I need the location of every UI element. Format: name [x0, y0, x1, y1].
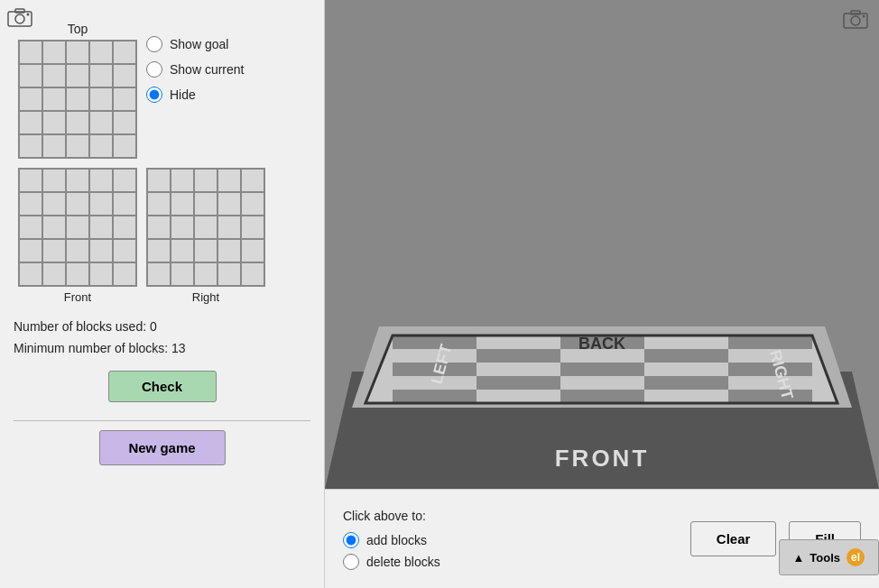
svg-rect-29	[477, 376, 560, 390]
svg-rect-16	[644, 335, 728, 349]
svg-rect-25	[560, 363, 644, 376]
show-goal-option[interactable]: Show goal	[146, 36, 244, 52]
hide-radio[interactable]	[146, 87, 162, 103]
front-grid[interactable]	[18, 168, 137, 287]
svg-rect-30	[560, 376, 644, 390]
svg-rect-33	[393, 390, 477, 403]
delete-blocks-label: delete blocks	[366, 555, 440, 569]
show-goal-radio[interactable]	[146, 36, 162, 52]
clear-button[interactable]: Clear	[690, 521, 777, 556]
click-instruction: Click above to:	[343, 509, 672, 523]
svg-rect-37	[728, 390, 812, 403]
stats-section: Number of blocks used: 0 Minimum number …	[14, 317, 310, 360]
bottom-bar: Click above to: add blocks delete blocks…	[325, 489, 879, 588]
svg-rect-36	[644, 390, 728, 403]
hide-option[interactable]: Hide	[146, 87, 244, 103]
show-current-radio[interactable]	[146, 61, 162, 78]
svg-rect-17	[728, 335, 812, 349]
svg-text:BACK: BACK	[578, 335, 625, 353]
front-label: Front	[64, 290, 91, 304]
svg-point-5	[851, 16, 860, 25]
new-game-button[interactable]: New game	[99, 430, 226, 465]
svg-rect-26	[644, 363, 728, 376]
tools-badge: el	[846, 547, 865, 567]
camera-icon-left[interactable]	[7, 7, 32, 30]
left-panel: Top Show goal Show current Hide	[0, 0, 325, 588]
3d-scene: FRONT LEFT RIGHT BACK	[325, 0, 879, 489]
delete-blocks-radio[interactable]	[343, 554, 359, 570]
svg-rect-35	[560, 390, 644, 403]
svg-text:el: el	[851, 551, 860, 564]
svg-rect-31	[644, 376, 728, 390]
svg-rect-24	[477, 363, 560, 376]
add-blocks-option[interactable]: add blocks	[343, 532, 672, 548]
svg-rect-32	[728, 376, 812, 390]
min-blocks-stat: Minimum number of blocks: 13	[14, 338, 310, 360]
svg-rect-2	[15, 9, 24, 13]
tools-button[interactable]: ▲ Tools el	[779, 539, 879, 575]
triangle-icon: ▲	[792, 551, 804, 565]
svg-point-7	[863, 15, 865, 18]
camera-icon-right[interactable]	[843, 9, 868, 32]
tools-label: Tools	[810, 551, 840, 565]
delete-blocks-option[interactable]: delete blocks	[343, 554, 672, 570]
svg-rect-6	[851, 11, 860, 14]
top-grid-container: Top	[18, 18, 137, 159]
top-grid[interactable]	[18, 40, 137, 159]
blocks-used-stat: Number of blocks used: 0	[14, 317, 310, 338]
front-grid-container: Front	[18, 168, 137, 304]
add-blocks-label: add blocks	[366, 533, 427, 547]
show-goal-label: Show goal	[170, 37, 228, 51]
right-panel: FRONT LEFT RIGHT BACK Click above to: ad…	[325, 0, 879, 588]
3d-viewport[interactable]: FRONT LEFT RIGHT BACK	[325, 0, 879, 489]
top-label: Top	[18, 22, 137, 36]
svg-rect-14	[477, 335, 560, 349]
show-current-label: Show current	[170, 62, 244, 77]
grid-cell[interactable]	[19, 41, 42, 64]
svg-rect-13	[393, 335, 477, 349]
svg-rect-21	[644, 349, 728, 363]
svg-point-1	[15, 14, 24, 23]
right-label: Right	[192, 290, 219, 304]
divider	[14, 420, 310, 421]
svg-text:FRONT: FRONT	[555, 445, 650, 472]
hide-label: Hide	[170, 87, 196, 102]
show-current-option[interactable]: Show current	[146, 61, 244, 78]
add-blocks-radio[interactable]	[343, 532, 359, 548]
svg-rect-19	[477, 349, 560, 363]
check-button[interactable]: Check	[108, 371, 217, 402]
svg-point-3	[27, 14, 30, 16]
right-grid[interactable]	[146, 168, 265, 287]
svg-rect-34	[477, 390, 560, 403]
bottom-left-section: Click above to: add blocks delete blocks	[343, 509, 672, 570]
right-grid-container: Right	[146, 168, 265, 304]
view-radio-group: Show goal Show current Hide	[146, 18, 244, 103]
